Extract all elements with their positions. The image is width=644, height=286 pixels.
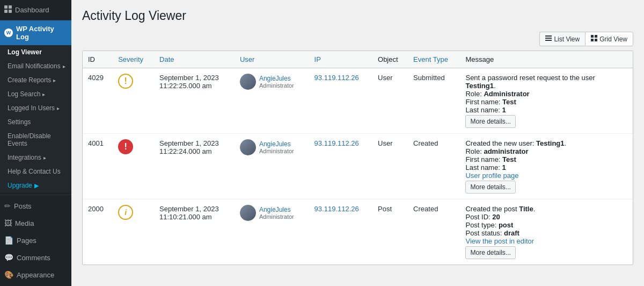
- sidebar-item-help-contact[interactable]: Help & Contact Us: [0, 165, 71, 178]
- sidebar-item-label: Logged In Users: [8, 104, 55, 112]
- row-ip: 93.119.112.26: [309, 199, 372, 265]
- user-name: AngieJules: [259, 140, 294, 148]
- log-table-wrapper: ID Severity Date User IP Object Event Ty…: [82, 51, 633, 265]
- sidebar-item-log-search[interactable]: Log Search ▸: [0, 87, 71, 101]
- severity-notice-icon: !: [118, 74, 133, 89]
- severity-warning-icon: !: [118, 139, 133, 154]
- sidebar-item-wp-activity-log[interactable]: W WP Activity Log: [0, 20, 71, 45]
- row-message: Created the new user: Testing1. Role: ad…: [460, 134, 633, 199]
- sidebar-item-logged-in-users[interactable]: Logged In Users ▸: [0, 101, 71, 115]
- ip-link[interactable]: 93.119.112.26: [314, 74, 359, 82]
- table-row: 4029 ! September 1, 202311:22:25.000 am: [83, 68, 633, 134]
- row-event-type: Created: [408, 199, 460, 265]
- sidebar-item-label: Email Notifications: [8, 62, 61, 70]
- grid-view-icon: [591, 35, 597, 43]
- sidebar-item-appearance[interactable]: 🎨 Appearance: [0, 266, 71, 283]
- row-severity: !: [113, 68, 154, 134]
- sidebar-item-integrations[interactable]: Integrations ▸: [0, 151, 71, 165]
- ip-link[interactable]: 93.119.112.26: [314, 205, 359, 213]
- svg-rect-0: [4, 5, 8, 9]
- sidebar-item-label: Help & Contact Us: [8, 168, 61, 175]
- sidebar-item-label: Log Search: [8, 90, 40, 98]
- col-header-event-type[interactable]: Event Type: [408, 51, 460, 68]
- main-content: Activity Log Viewer List View: [71, 0, 644, 286]
- col-header-id: ID: [83, 51, 113, 68]
- sidebar-item-media[interactable]: 🖼 Media: [0, 215, 71, 232]
- row-object: Post: [372, 199, 408, 265]
- row-date: September 1, 202311:22:25.000 am: [154, 68, 235, 134]
- user-role: Administrator: [259, 82, 294, 89]
- arrow-icon: ▸: [63, 63, 65, 69]
- user-role: Administrator: [259, 148, 294, 154]
- severity-info-icon: i: [118, 205, 133, 220]
- row-id: 4001: [83, 134, 113, 199]
- more-details-button[interactable]: More details...: [465, 181, 515, 194]
- more-details-button[interactable]: More details...: [465, 246, 515, 259]
- avatar: [240, 205, 256, 221]
- row-user: AngieJules Administrator: [235, 68, 309, 134]
- dashboard-icon: [4, 5, 12, 15]
- media-icon: 🖼: [4, 219, 12, 227]
- svg-rect-1: [9, 5, 12, 9]
- more-details-button[interactable]: More details...: [465, 115, 515, 128]
- row-id: 4029: [83, 68, 113, 134]
- media-label: Media: [15, 219, 34, 227]
- row-date: September 1, 202311:22:24.000 am: [154, 134, 235, 199]
- upgrade-label: Upgrade: [8, 182, 32, 189]
- view-toggle: List View Grid View: [82, 32, 633, 46]
- sidebar: Dashboard W WP Activity Log Log Viewer E…: [0, 0, 71, 286]
- svg-rect-8: [595, 35, 597, 38]
- sidebar-item-upgrade[interactable]: Upgrade ▶: [0, 178, 71, 192]
- col-header-severity[interactable]: Severity: [113, 51, 154, 68]
- svg-rect-6: [545, 40, 552, 41]
- row-message: Created the post Title. Post ID: 20 Post…: [460, 199, 633, 265]
- svg-rect-7: [591, 35, 594, 38]
- pages-icon: 📄: [4, 236, 13, 245]
- arrow-icon: ▸: [57, 105, 60, 111]
- user-name: AngieJules: [259, 75, 294, 82]
- col-header-date[interactable]: Date: [154, 51, 235, 68]
- sidebar-item-plugins[interactable]: 🔌 Plugins: [0, 283, 71, 286]
- col-header-object: Object: [372, 51, 408, 68]
- arrow-icon: ▸: [42, 91, 45, 97]
- list-view-icon: [545, 35, 552, 43]
- row-ip: 93.119.112.26: [309, 68, 372, 134]
- col-header-message: Message: [460, 51, 633, 68]
- user-profile-link[interactable]: User profile page: [465, 171, 518, 180]
- col-header-ip[interactable]: IP: [309, 51, 372, 68]
- sidebar-item-settings[interactable]: Settings: [0, 115, 71, 129]
- sidebar-item-create-reports[interactable]: Create Reports ▸: [0, 73, 71, 87]
- list-view-button[interactable]: List View: [539, 32, 585, 46]
- row-object: User: [372, 68, 408, 134]
- user-role: Administrator: [259, 213, 294, 220]
- sidebar-item-comments[interactable]: 💬 Comments: [0, 249, 71, 266]
- row-event-type: Submitted: [408, 68, 460, 134]
- row-date: September 1, 202311:10:21.000 am: [154, 199, 235, 265]
- sidebar-item-log-viewer[interactable]: Log Viewer: [0, 45, 71, 59]
- table-row: 2000 i September 1, 202311:10:21.000 am: [83, 199, 633, 265]
- col-header-user[interactable]: User: [235, 51, 309, 68]
- comments-icon: 💬: [4, 253, 13, 262]
- sidebar-submenu: Log Viewer Email Notifications ▸ Create …: [0, 45, 71, 192]
- sidebar-item-pages[interactable]: 📄 Pages: [0, 232, 71, 249]
- ip-link[interactable]: 93.119.112.26: [314, 139, 359, 147]
- sidebar-item-email-notifications[interactable]: Email Notifications ▸: [0, 59, 71, 73]
- row-severity: !: [113, 134, 154, 199]
- view-post-link[interactable]: View the post in editor: [465, 237, 534, 245]
- sidebar-item-enable-disable[interactable]: Enable/Disable Events: [0, 129, 71, 151]
- avatar: [240, 139, 256, 155]
- grid-view-button[interactable]: Grid View: [585, 32, 633, 46]
- row-id: 2000: [83, 199, 113, 265]
- posts-label: Posts: [14, 202, 32, 210]
- sidebar-item-label: Log Viewer: [8, 48, 42, 56]
- pages-label: Pages: [17, 237, 36, 245]
- comments-label: Comments: [17, 254, 50, 262]
- sidebar-item-posts[interactable]: ✏ Posts: [0, 197, 71, 215]
- row-user: AngieJules Administrator: [235, 134, 309, 199]
- row-object: User: [372, 134, 408, 199]
- dashboard-label: Dashboard: [15, 6, 49, 14]
- sidebar-item-label: Settings: [8, 118, 31, 126]
- svg-rect-10: [595, 39, 597, 41]
- sidebar-item-dashboard[interactable]: Dashboard: [0, 0, 71, 20]
- table-row: 4001 ! September 1, 202311:22:24.000 am: [83, 134, 633, 199]
